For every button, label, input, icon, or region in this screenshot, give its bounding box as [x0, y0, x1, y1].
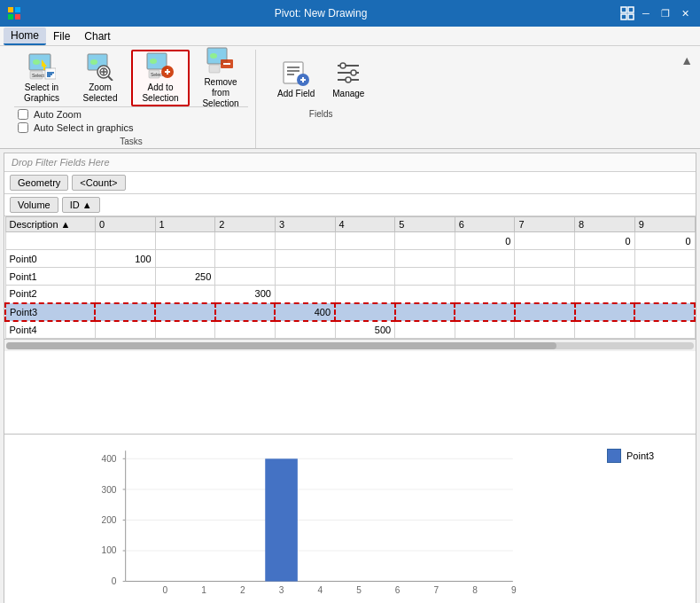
- cell: [215, 268, 276, 286]
- cell: 500: [335, 321, 395, 339]
- cell: [455, 250, 515, 268]
- svg-point-48: [351, 70, 356, 75]
- col-header-2[interactable]: 2: [215, 217, 276, 232]
- cell: [575, 250, 635, 268]
- menu-home[interactable]: Home: [4, 27, 46, 45]
- table-row[interactable]: Point0 100: [5, 250, 695, 268]
- cell: [335, 250, 395, 268]
- cell: [95, 321, 155, 339]
- svg-point-47: [340, 63, 346, 68]
- remove-selection-icon: [206, 47, 235, 75]
- cell: [155, 303, 215, 321]
- pivot-header-row2: Volume ID ▲: [4, 194, 696, 216]
- h-scrollbar[interactable]: [4, 339, 696, 351]
- col-header-desc[interactable]: Description ▲: [5, 217, 95, 232]
- cell: [275, 268, 335, 286]
- col-header-3[interactable]: 3: [275, 217, 335, 232]
- col-header-5[interactable]: 5: [395, 217, 455, 232]
- add-field-label: Add Field: [277, 89, 315, 98]
- legend-color-point3: [607, 449, 621, 463]
- cell: [515, 232, 575, 250]
- select-graphics-label: Select in Graphics: [19, 82, 64, 104]
- window-controls: ─ ❐ ✕: [620, 6, 693, 20]
- add-field-button[interactable]: Add Field: [270, 51, 322, 107]
- add-to-selection-button[interactable]: Select Add to Selection: [131, 50, 190, 106]
- volume-chip[interactable]: Volume: [10, 197, 58, 213]
- table-row[interactable]: 0 0 0: [5, 232, 695, 250]
- row-label: Point4: [5, 321, 95, 339]
- cell: [275, 286, 335, 303]
- svg-point-19: [90, 59, 97, 65]
- table-header-row: Description ▲ 0 1 2 3 4 5 6 7 8 9: [5, 217, 695, 232]
- bar-point3: [265, 458, 298, 581]
- manage-button[interactable]: Manage: [325, 51, 371, 107]
- svg-point-49: [346, 77, 351, 82]
- col-header-0[interactable]: 0: [95, 217, 155, 232]
- cell: [215, 250, 276, 268]
- col-header-6[interactable]: 6: [455, 217, 515, 232]
- cell: [95, 303, 155, 321]
- svg-rect-36: [209, 65, 220, 73]
- cell: [275, 321, 335, 339]
- cell: [515, 268, 575, 286]
- col-header-1[interactable]: 1: [155, 217, 215, 232]
- cell: [275, 250, 335, 268]
- pivot-table: Description ▲ 0 1 2 3 4 5 6 7 8 9: [4, 216, 696, 339]
- svg-rect-2: [8, 14, 13, 20]
- remove-from-selection-button[interactable]: Remove from Selection: [193, 50, 248, 106]
- cell: [335, 286, 395, 303]
- table-row-selected[interactable]: Point3 400: [5, 303, 695, 321]
- menu-file[interactable]: File: [46, 28, 77, 44]
- auto-select-checkbox[interactable]: [18, 122, 28, 133]
- svg-point-9: [33, 59, 40, 65]
- cell: [95, 268, 155, 286]
- col-header-8[interactable]: 8: [575, 217, 635, 232]
- cell: [634, 321, 695, 339]
- id-sort-chip[interactable]: ID ▲: [62, 197, 100, 213]
- legend-label-point3: Point3: [626, 450, 654, 461]
- svg-rect-0: [8, 7, 13, 12]
- col-header-4[interactable]: 4: [335, 217, 395, 232]
- minimize-button[interactable]: ─: [638, 6, 654, 20]
- bar-chart-svg: 0 100 200 300 400 0: [12, 442, 600, 603]
- geometry-chip[interactable]: Geometry: [10, 175, 68, 191]
- cell: [515, 286, 575, 303]
- svg-text:4: 4: [317, 585, 323, 595]
- cell: 0: [455, 232, 515, 250]
- tile-icon[interactable]: [620, 6, 634, 20]
- close-button[interactable]: ✕: [677, 6, 693, 20]
- ribbon-collapse-button[interactable]: ▲: [681, 53, 693, 67]
- cell: [395, 250, 455, 268]
- restore-button[interactable]: ❐: [657, 6, 673, 20]
- cell: [395, 321, 455, 339]
- zoom-selected-icon: [86, 52, 114, 81]
- bar-chart-canvas: 0 100 200 300 400 0: [12, 442, 600, 603]
- pivot-table-wrapper: Description ▲ 0 1 2 3 4 5 6 7 8 9: [4, 216, 696, 434]
- count-chip[interactable]: <Count>: [72, 175, 125, 191]
- svg-text:7: 7: [434, 585, 439, 595]
- auto-zoom-checkbox[interactable]: [18, 109, 28, 120]
- cell: [455, 303, 515, 321]
- cell: 300: [215, 286, 276, 303]
- zoom-selected-button[interactable]: Zoom Selected: [73, 50, 128, 106]
- svg-text:3: 3: [279, 585, 284, 595]
- col-header-9[interactable]: 9: [634, 217, 695, 232]
- select-in-graphics-button[interactable]: Select Select in Graphics: [14, 50, 69, 106]
- cell: [395, 268, 455, 286]
- table-row[interactable]: Point1 250: [5, 268, 695, 286]
- table-row[interactable]: Point2 300: [5, 286, 695, 303]
- col-header-7[interactable]: 7: [515, 217, 575, 232]
- svg-text:200: 200: [102, 515, 117, 525]
- cell: [155, 321, 215, 339]
- cell: [575, 286, 635, 303]
- cell: [215, 321, 276, 339]
- svg-text:300: 300: [102, 485, 117, 495]
- table-row[interactable]: Point4 500: [5, 321, 695, 339]
- menu-chart[interactable]: Chart: [77, 28, 117, 44]
- cell: [335, 232, 395, 250]
- cell: 100: [95, 250, 155, 268]
- remove-selection-label: Remove from Selection: [198, 77, 243, 109]
- fields-group-label: Fields: [309, 109, 333, 121]
- svg-text:Select: Select: [32, 73, 45, 78]
- filter-placeholder: Drop Filter Fields Here: [12, 157, 110, 168]
